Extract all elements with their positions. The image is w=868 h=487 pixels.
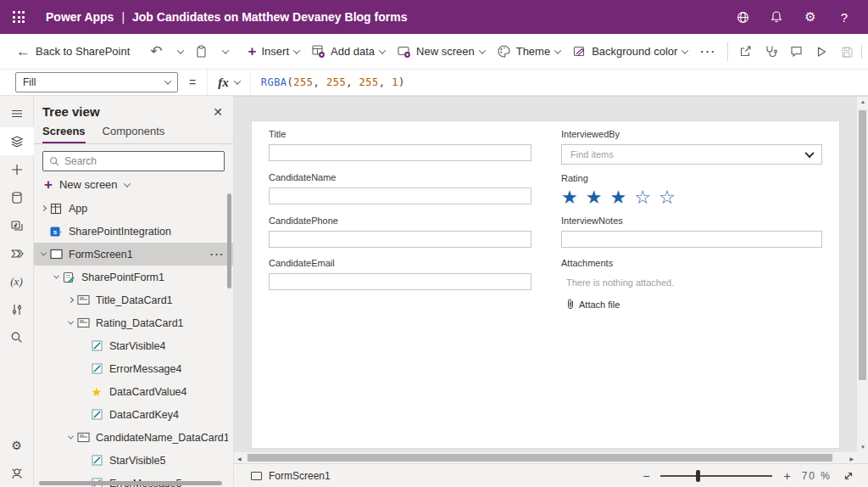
canvas-vertical-scrollbar[interactable]: ▲ ▼: [857, 97, 868, 452]
tree-vertical-scrollbar[interactable]: [227, 193, 231, 288]
star-empty-icon[interactable]: [659, 188, 676, 207]
candidateemail-input[interactable]: [269, 273, 531, 290]
star-filled-icon[interactable]: [561, 188, 578, 207]
tab-components[interactable]: Components: [103, 125, 165, 143]
notifications-icon[interactable]: [760, 0, 793, 34]
app-checker-icon[interactable]: [758, 39, 783, 64]
chevron-down-icon: [233, 77, 240, 84]
formula-input[interactable]: RGBA(255, 255, 255, 1): [261, 76, 405, 88]
tree-item-app[interactable]: App: [34, 197, 233, 220]
canvas-horizontal-scrollbar[interactable]: ◀ ▶: [234, 452, 857, 463]
paste-button[interactable]: [189, 39, 214, 64]
theme-menu[interactable]: Theme: [491, 39, 566, 64]
star-empty-icon[interactable]: [634, 188, 651, 207]
tree-item-sharepointintegration[interactable]: s SharePointIntegration: [34, 220, 233, 243]
search-input[interactable]: [64, 155, 218, 167]
insert-menu[interactable]: + Insert: [242, 39, 305, 64]
back-to-sharepoint-button[interactable]: ← Back to SharePoint: [10, 39, 136, 64]
label-control-icon: [90, 408, 103, 422]
current-screen-name[interactable]: FormScreen1: [269, 470, 331, 482]
property-selector[interactable]: Fill: [15, 72, 178, 92]
fullscreen-icon[interactable]: [843, 470, 854, 482]
star-filled-icon[interactable]: [609, 188, 626, 207]
insert-icon[interactable]: [0, 155, 34, 183]
field-interviewedby: InterviewedBy Find items: [561, 129, 822, 165]
scroll-right-icon[interactable]: ▶: [849, 456, 854, 462]
advanced-tools-icon[interactable]: [0, 295, 34, 323]
chevron-right-icon[interactable]: [40, 205, 46, 211]
interviewnotes-input[interactable]: [561, 231, 822, 248]
tree-item-candidatename-datacard1[interactable]: CandidateName_DataCard1: [34, 426, 233, 449]
publish-dropdown[interactable]: [864, 39, 868, 64]
close-icon[interactable]: ✕: [213, 105, 223, 119]
app-name[interactable]: Power Apps: [46, 10, 114, 24]
waffle-menu-icon[interactable]: [0, 0, 37, 34]
more-commands-button[interactable]: ···: [693, 45, 723, 58]
paste-dropdown[interactable]: [217, 39, 234, 64]
tree-item-rating-datacard1[interactable]: Rating_DataCard1: [34, 311, 233, 334]
share-icon[interactable]: [732, 39, 758, 64]
undo-button[interactable]: ↶: [144, 39, 168, 64]
attach-file-button[interactable]: Attach file: [566, 299, 822, 310]
zoom-slider-handle[interactable]: [696, 470, 700, 482]
chevron-down-icon: [164, 77, 171, 84]
zoom-slider[interactable]: [660, 475, 772, 477]
settings-icon[interactable]: ⚙: [0, 431, 34, 459]
zoom-out-button[interactable]: −: [643, 469, 649, 483]
scroll-left-icon[interactable]: ◀: [237, 456, 242, 462]
tree-item-starvisible5[interactable]: StarVisible5: [34, 449, 233, 472]
chevron-down-icon[interactable]: [67, 319, 73, 325]
chevron-down-icon[interactable]: [67, 434, 73, 439]
tree-item-sharepointform1[interactable]: SharePointForm1: [34, 266, 233, 288]
candidatephone-input[interactable]: [269, 231, 531, 248]
fx-menu[interactable]: fx: [207, 70, 251, 95]
star-filled-icon[interactable]: [586, 188, 603, 207]
chevron-right-icon[interactable]: [67, 297, 73, 303]
power-automate-icon[interactable]: [0, 239, 34, 267]
new-screen-menu[interactable]: New screen: [391, 39, 491, 64]
tree-item-formscreen1[interactable]: FormScreen1 ···: [34, 243, 233, 266]
tree-horizontal-scrollbar[interactable]: [39, 481, 222, 485]
left-rail: (x) ⚙: [0, 96, 34, 487]
candidatename-input[interactable]: [269, 188, 531, 204]
save-icon[interactable]: [834, 39, 860, 64]
tree-view-icon[interactable]: [0, 127, 34, 155]
comments-icon[interactable]: [783, 39, 809, 64]
data-icon[interactable]: [0, 183, 34, 211]
background-color-menu[interactable]: Background color: [566, 39, 693, 64]
environment-icon[interactable]: [726, 0, 760, 34]
scroll-up-icon[interactable]: ▲: [860, 99, 865, 104]
search-icon[interactable]: [0, 323, 34, 351]
menu-icon[interactable]: [0, 99, 34, 127]
new-screen-button[interactable]: + New screen: [34, 171, 233, 197]
rating-stars[interactable]: [561, 188, 822, 207]
preview-play-icon[interactable]: [809, 39, 834, 64]
field-label: Attachments: [561, 258, 822, 268]
title-input[interactable]: [269, 144, 531, 161]
scroll-down-icon[interactable]: ▼: [860, 445, 865, 450]
theme-palette-icon: [497, 44, 511, 59]
variables-icon[interactable]: (x): [0, 267, 34, 295]
chevron-down-icon[interactable]: [40, 250, 46, 256]
item-more-button[interactable]: ···: [210, 249, 228, 260]
tree-item-starvisible4[interactable]: StarVisible4: [34, 334, 233, 357]
chevron-down-icon[interactable]: [53, 273, 58, 279]
interviewedby-combobox[interactable]: Find items: [561, 144, 822, 165]
form-screen-canvas[interactable]: Title CandidateName CandidatePhone Candi…: [252, 121, 839, 448]
settings-icon[interactable]: ⚙: [793, 0, 827, 34]
tree-item-datacardvalue4[interactable]: ★ DataCardValue4: [34, 380, 233, 403]
add-data-menu[interactable]: Add data: [305, 39, 391, 64]
tree-item-title-datacard1[interactable]: Title_DataCard1: [34, 288, 233, 311]
field-title: Title: [269, 129, 531, 161]
undo-dropdown[interactable]: [172, 39, 189, 64]
media-icon[interactable]: [0, 211, 34, 239]
tree-item-errormessage4[interactable]: ErrorMessage4: [34, 357, 233, 380]
help-icon[interactable]: ?: [827, 0, 861, 34]
paperclip-icon: [566, 299, 575, 310]
tree-item-datacardkey4[interactable]: DataCardKey4: [34, 403, 233, 426]
scrollbar-thumb[interactable]: [248, 454, 832, 462]
assistant-icon[interactable]: [0, 459, 34, 487]
tab-screens[interactable]: Screens: [42, 125, 86, 143]
zoom-in-button[interactable]: +: [783, 469, 790, 483]
scrollbar-thumb[interactable]: [859, 110, 866, 380]
